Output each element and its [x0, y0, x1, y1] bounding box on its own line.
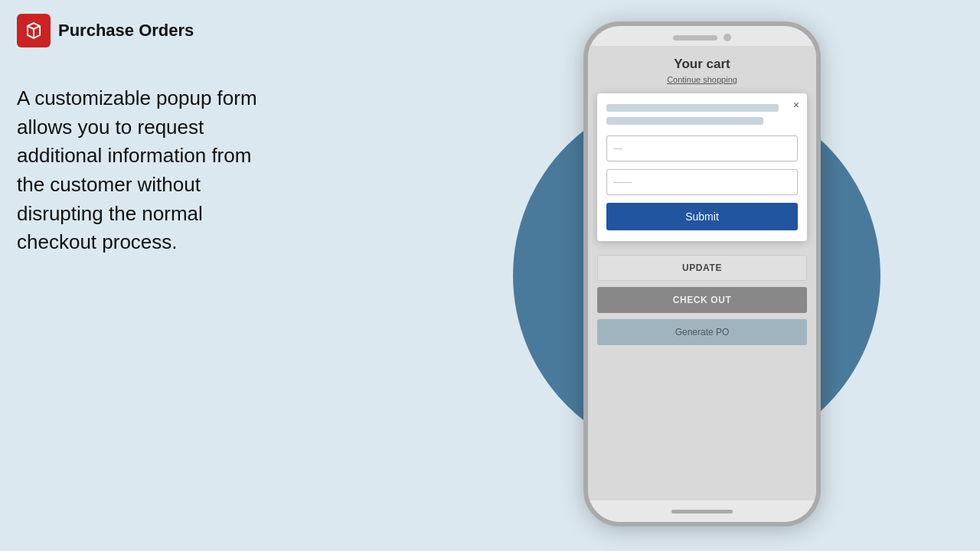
cart-title: Your cart — [674, 57, 730, 72]
generate-po-button[interactable]: Generate PO — [597, 319, 807, 345]
popup-bar-1 — [606, 104, 779, 112]
phone-speaker — [673, 35, 717, 41]
phone-camera — [724, 34, 731, 41]
popup-close-button[interactable]: × — [793, 99, 799, 110]
description-text: A customizable popup form allows you to … — [17, 84, 270, 257]
phone-top-bar — [588, 26, 816, 46]
checkout-button[interactable]: CHECK OUT — [597, 287, 807, 313]
phone-screen: Your cart Continue shopping × Submit UPD… — [588, 46, 816, 500]
app-logo — [17, 14, 51, 47]
continue-shopping-link[interactable]: Continue shopping — [667, 75, 737, 84]
popup-bar-2 — [606, 117, 763, 125]
app-title: Purchase Orders — [58, 21, 194, 41]
phone-mockup: Your cart Continue shopping × Submit UPD… — [583, 21, 821, 527]
cart-buttons-group: UPDATE CHECK OUT Generate PO — [597, 255, 807, 345]
popup-input-1[interactable] — [606, 135, 798, 161]
popup-submit-button[interactable]: Submit — [606, 203, 798, 230]
update-button[interactable]: UPDATE — [597, 255, 807, 281]
app-header: Purchase Orders — [17, 14, 194, 47]
popup-modal: × Submit — [597, 93, 807, 241]
phone-bottom-bar — [588, 500, 816, 522]
home-indicator — [671, 510, 733, 514]
popup-input-2[interactable] — [606, 169, 798, 195]
